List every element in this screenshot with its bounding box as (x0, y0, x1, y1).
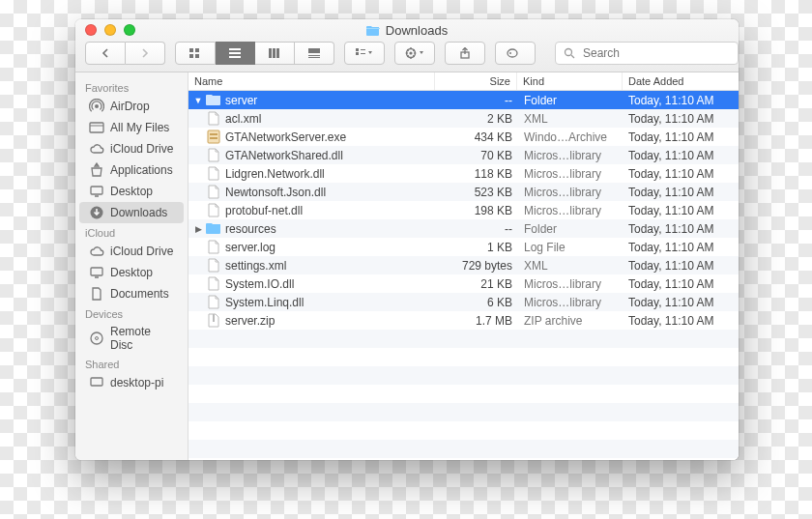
svg-point-23 (95, 104, 99, 108)
file-row[interactable]: ▼server--FolderToday, 11:10 AM (188, 91, 739, 109)
file-size: -- (437, 222, 518, 236)
file-row[interactable]: settings.xml729 bytesXMLToday, 11:10 AM (188, 256, 739, 274)
finder-window: Downloads (75, 19, 739, 460)
svg-point-22 (566, 49, 572, 56)
view-icons-button[interactable] (175, 42, 216, 65)
search-field[interactable] (555, 42, 739, 65)
sidebar-item-label: Applications (110, 163, 173, 177)
file-row[interactable]: Lidgren.Network.dll118 KBMicros…libraryT… (188, 164, 739, 183)
sidebar-item-label: iCloud Drive (110, 142, 173, 156)
file-size: 1 KB (437, 241, 518, 254)
svg-rect-24 (90, 123, 103, 132)
file-row[interactable]: System.IO.dll21 KBMicros…libraryToday, 1… (188, 274, 739, 293)
file-date: Today, 11:10 AM (623, 277, 739, 291)
empty-row (188, 348, 739, 366)
sidebar-item-label: Downloads (110, 206, 167, 219)
file-date: Today, 11:10 AM (623, 259, 739, 273)
svg-rect-2 (189, 54, 193, 58)
disclosure-icon[interactable]: ▶ (194, 224, 202, 234)
file-icon (206, 240, 221, 255)
file-kind: Folder (518, 222, 623, 236)
sidebar-item-airdrop[interactable]: AirDrop (79, 96, 184, 117)
svg-point-29 (96, 337, 99, 340)
window-title-text: Downloads (386, 23, 448, 38)
sidebar-item-desktop[interactable]: Desktop (79, 181, 184, 202)
traffic-lights (85, 24, 135, 36)
sidebar-item-documents[interactable]: Documents (79, 283, 184, 304)
empty-row (188, 330, 739, 348)
sidebar-item-label: All My Files (110, 121, 169, 134)
file-icon (206, 203, 221, 218)
file-icon (206, 185, 221, 200)
minimize-button[interactable] (104, 24, 116, 36)
svg-point-18 (409, 51, 412, 54)
forward-button[interactable] (126, 42, 165, 65)
column-date[interactable]: Date Added (623, 72, 739, 90)
close-button[interactable] (85, 24, 97, 36)
file-row[interactable]: server.log1 KBLog FileToday, 11:10 AM (188, 238, 739, 256)
toolbar (75, 41, 739, 72)
file-row[interactable]: protobuf-net.dll198 KBMicros…libraryToda… (188, 201, 739, 219)
file-row[interactable]: System.Linq.dll6 KBMicros…libraryToday, … (188, 293, 739, 311)
file-date: Today, 11:10 AM (623, 112, 739, 126)
sidebar-item-label: Remote Disc (110, 325, 176, 352)
file-kind: Micros…library (518, 204, 623, 217)
titlebar: Downloads (75, 19, 739, 72)
svg-rect-16 (361, 53, 365, 54)
sidebar-item-all-my-files[interactable]: All My Files (79, 117, 184, 138)
share-button[interactable] (445, 42, 485, 65)
sidebar-item-icloud-drive[interactable]: iCloud Drive (79, 241, 184, 262)
sidebar-item-applications[interactable]: Applications (79, 159, 184, 181)
file-name: server.zip (225, 314, 275, 328)
file-name: GTANetworkShared.dll (225, 149, 343, 162)
view-buttons (175, 42, 334, 65)
view-list-button[interactable] (216, 42, 255, 65)
sidebar-item-downloads[interactable]: Downloads (79, 202, 184, 223)
exe-icon (206, 130, 221, 145)
sidebar-item-desktop[interactable]: Desktop (79, 262, 184, 283)
file-size: 523 KB (437, 186, 518, 199)
disclosure-icon[interactable]: ▼ (194, 96, 202, 105)
folder-icon (206, 93, 221, 108)
file-row[interactable]: acl.xml2 KBXMLToday, 11:10 AM (188, 109, 739, 128)
svg-rect-1 (195, 48, 199, 52)
file-icon (206, 166, 221, 182)
file-date: Today, 11:10 AM (623, 186, 739, 199)
file-name: protobuf-net.dll (225, 204, 303, 217)
file-date: Today, 11:10 AM (623, 167, 739, 181)
svg-rect-13 (356, 48, 359, 51)
file-kind: ZIP archive (518, 314, 623, 328)
sidebar-item-remote-disc[interactable]: Remote Disc (79, 322, 184, 355)
svg-rect-31 (208, 130, 219, 143)
svg-rect-30 (91, 378, 102, 386)
apps-icon (89, 162, 104, 178)
view-coverflow-button[interactable] (295, 42, 334, 65)
file-row[interactable]: GTANetworkServer.exe434 KBWindo…ArchiveT… (188, 128, 739, 146)
empty-row (188, 403, 739, 421)
column-kind[interactable]: Kind (517, 72, 623, 90)
search-input[interactable] (581, 45, 730, 61)
action-button[interactable] (394, 42, 435, 65)
file-row[interactable]: ▶resources--FolderToday, 11:10 AM (188, 219, 739, 238)
view-columns-button[interactable] (255, 42, 295, 65)
svg-rect-7 (269, 48, 272, 58)
file-size: 729 bytes (437, 259, 518, 273)
column-name[interactable]: Name (188, 72, 435, 90)
file-date: Today, 11:10 AM (623, 204, 739, 217)
tags-button[interactable] (495, 42, 536, 65)
file-row[interactable]: server.zip1.7 MBZIP archiveToday, 11:10 … (188, 311, 739, 330)
column-headers: Name Size Kind Date Added (188, 72, 739, 91)
file-date: Today, 11:10 AM (623, 314, 739, 328)
file-row[interactable]: Newtonsoft.Json.dll523 KBMicros…libraryT… (188, 183, 739, 201)
file-row[interactable]: GTANetworkShared.dll70 KBMicros…libraryT… (188, 146, 739, 164)
sidebar-item-desktop-pi[interactable]: desktop-pi (79, 372, 184, 393)
column-size[interactable]: Size (435, 72, 517, 90)
back-button[interactable] (85, 42, 126, 65)
arrange-button[interactable] (344, 42, 385, 65)
cloud-icon (89, 141, 104, 157)
file-size: 118 KB (437, 167, 518, 181)
svg-rect-15 (361, 49, 365, 50)
zoom-button[interactable] (124, 24, 135, 36)
sidebar-item-icloud-drive[interactable]: iCloud Drive (79, 138, 184, 159)
svg-rect-34 (213, 314, 215, 322)
